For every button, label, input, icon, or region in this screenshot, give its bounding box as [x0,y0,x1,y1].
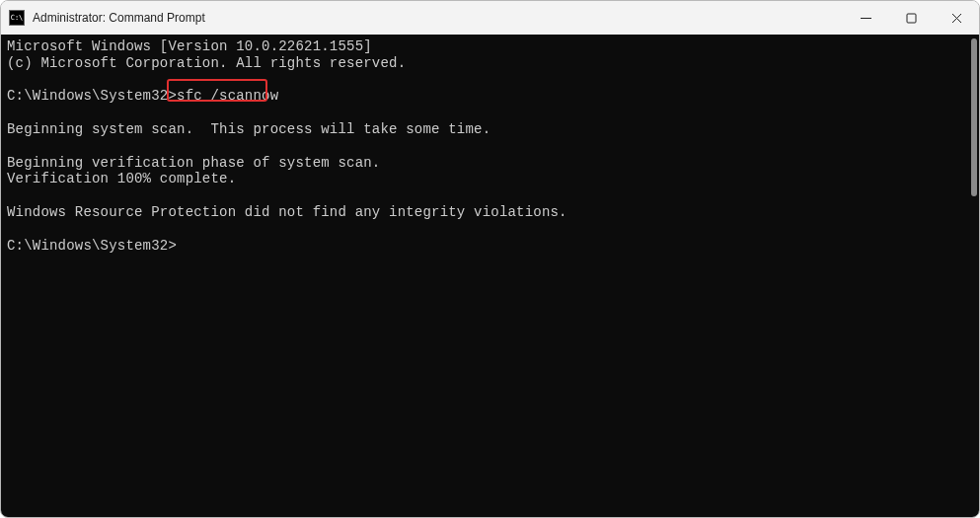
terminal-line [7,138,973,155]
scrollbar-thumb[interactable] [971,38,977,196]
terminal-line: C:\Windows\System32> [7,238,973,255]
terminal-line: C:\Windows\System32>sfc /scannow [7,88,973,105]
terminal-line [7,72,973,89]
titlebar[interactable]: C:\ Administrator: Command Prompt [1,1,979,35]
terminal-line: Windows Resource Protection did not find… [7,204,973,221]
window-controls [843,1,979,35]
cmd-icon: C:\ [9,10,25,26]
terminal-output: Microsoft Windows [Version 10.0.22621.15… [1,35,979,258]
command-prompt-window: C:\ Administrator: Command Prompt Micros… [0,0,980,518]
terminal-line: (c) Microsoft Corporation. All rights re… [7,55,973,72]
window-title: Administrator: Command Prompt [33,11,843,25]
terminal-line [7,187,973,204]
svg-rect-1 [907,14,916,23]
close-button[interactable] [934,1,979,35]
terminal-line: Beginning system scan. This process will… [7,121,973,138]
terminal-line [7,105,973,121]
terminal-line: Beginning verification phase of system s… [7,155,973,172]
terminal-line: Verification 100% complete. [7,171,973,187]
terminal-line [7,221,973,238]
minimize-button[interactable] [843,1,888,35]
terminal-line: Microsoft Windows [Version 10.0.22621.15… [7,38,973,55]
maximize-button[interactable] [888,1,934,35]
terminal-area[interactable]: Microsoft Windows [Version 10.0.22621.15… [1,35,979,517]
